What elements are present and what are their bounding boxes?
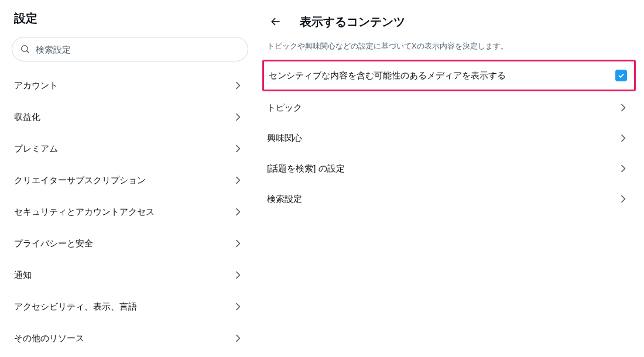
setting-row-interests[interactable]: 興味関心: [262, 123, 636, 153]
settings-sidebar: 設定 アカウント 収益化 プレミアム クリエイターサブスクリプション: [0, 0, 258, 357]
setting-label: 興味関心: [267, 133, 302, 144]
setting-label: [話題を検索] の設定: [267, 163, 345, 174]
sidebar-nav-list: アカウント 収益化 プレミアム クリエイターサブスクリプション セキュリティとア…: [12, 70, 248, 354]
sidebar-title: 設定: [12, 11, 248, 26]
main-header: 表示するコンテンツ: [262, 11, 636, 35]
chevron-right-icon: [617, 132, 629, 144]
sensitive-media-toggle-row[interactable]: センシティブな内容を含む可能性のあるメディアを表示する: [262, 60, 636, 91]
setting-row-explore-settings[interactable]: [話題を検索] の設定: [262, 153, 636, 184]
sidebar-item-creator-subs[interactable]: クリエイターサブスクリプション: [12, 164, 248, 196]
main-panel: 表示するコンテンツ トピックや興味関心などの設定に基づいてXの表示内容を決定しま…: [258, 0, 644, 357]
chevron-right-icon: [617, 102, 629, 114]
sidebar-item-notifications[interactable]: 通知: [12, 259, 248, 291]
sidebar-item-label: その他のリソース: [14, 333, 84, 344]
page-description: トピックや興味関心などの設定に基づいてXの表示内容を決定します。: [262, 35, 636, 60]
sidebar-item-label: アカウント: [14, 80, 58, 91]
sidebar-item-label: プレミアム: [14, 143, 58, 155]
svg-point-0: [22, 46, 28, 52]
search-wrap: [12, 37, 248, 61]
page-title: 表示するコンテンツ: [300, 14, 405, 30]
sidebar-item-premium[interactable]: プレミアム: [12, 133, 248, 164]
sidebar-item-label: 通知: [14, 270, 32, 281]
sidebar-item-label: セキュリティとアカウントアクセス: [14, 207, 155, 218]
sidebar-item-label: アクセシビリティ、表示、言語: [14, 301, 137, 313]
sidebar-item-privacy[interactable]: プライバシーと安全: [12, 228, 248, 259]
sidebar-item-label: 収益化: [14, 112, 40, 123]
sidebar-item-resources[interactable]: その他のリソース: [12, 322, 248, 354]
back-button[interactable]: [266, 12, 286, 32]
sidebar-item-accessibility[interactable]: アクセシビリティ、表示、言語: [12, 291, 248, 322]
chevron-right-icon: [232, 174, 244, 186]
chevron-right-icon: [232, 111, 244, 123]
setting-row-search-settings[interactable]: 検索設定: [262, 184, 636, 214]
svg-line-1: [27, 51, 29, 53]
setting-label: トピック: [267, 102, 302, 114]
checkbox-checked-icon[interactable]: [615, 70, 627, 81]
setting-label: 検索設定: [267, 194, 302, 205]
sidebar-item-label: クリエイターサブスクリプション: [14, 175, 146, 186]
sidebar-item-account[interactable]: アカウント: [12, 70, 248, 101]
sidebar-item-monetization[interactable]: 収益化: [12, 101, 248, 133]
search-input[interactable]: [12, 37, 248, 61]
setting-row-topics[interactable]: トピック: [262, 92, 636, 123]
chevron-right-icon: [232, 143, 244, 155]
sidebar-item-security[interactable]: セキュリティとアカウントアクセス: [12, 196, 248, 228]
chevron-right-icon: [232, 206, 244, 218]
chevron-right-icon: [232, 269, 244, 281]
search-icon: [20, 44, 30, 54]
content-settings-list: センシティブな内容を含む可能性のあるメディアを表示する トピック 興味関心 [話…: [262, 60, 636, 214]
chevron-right-icon: [232, 80, 244, 91]
sidebar-item-label: プライバシーと安全: [14, 238, 93, 249]
chevron-right-icon: [232, 238, 244, 249]
chevron-right-icon: [232, 332, 244, 344]
chevron-right-icon: [232, 301, 244, 313]
chevron-right-icon: [617, 163, 629, 174]
setting-label: センシティブな内容を含む可能性のあるメディアを表示する: [269, 70, 506, 81]
chevron-right-icon: [617, 193, 629, 205]
